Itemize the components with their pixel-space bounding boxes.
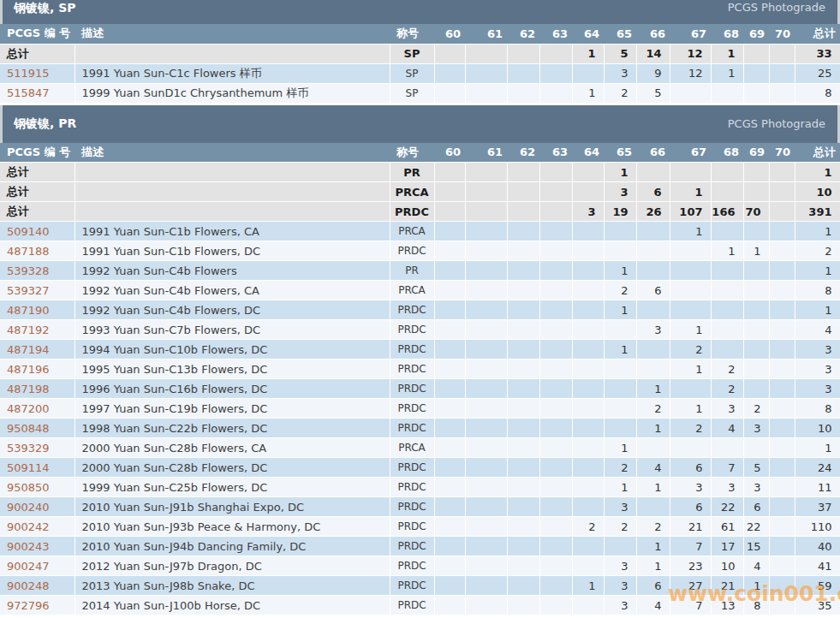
grade-count-cell [769, 202, 795, 222]
row-total-cell: 25 [795, 63, 840, 83]
pcgs-number-link[interactable]: 487194 [7, 343, 50, 356]
row-total-cell: 10 [795, 419, 840, 438]
grade-count-cell [743, 222, 769, 241]
coin-description: 2012 Yuan Sun-J97b Dragon, DC [74, 556, 390, 576]
pcgs-number-link[interactable]: 972796 [7, 599, 50, 612]
designation-cell: PRCA [390, 438, 434, 458]
grade-count-cell [604, 241, 636, 261]
grade-count-cell [572, 300, 604, 320]
column-header-description: 描述 [74, 24, 390, 44]
grade-count-cell: 5 [604, 44, 636, 63]
grade-count-cell [507, 281, 539, 300]
grade-count-cell [507, 63, 539, 83]
grade-count-cell [743, 44, 769, 63]
photograde-link[interactable]: PCGS Photograde [728, 117, 837, 130]
grade-count-cell [743, 281, 769, 300]
grade-count-cell [572, 281, 604, 300]
grade-count-cell: 2 [711, 379, 743, 399]
grade-count-cell [434, 360, 465, 379]
grade-count-cell [465, 63, 507, 83]
grade-count-cell: 1 [604, 478, 636, 497]
pcgs-number-link[interactable]: 487188 [7, 245, 50, 258]
grade-count-cell [465, 458, 507, 478]
grade-column-header: 66 [636, 24, 670, 44]
grade-count-cell [670, 261, 711, 281]
pcgs-number-link[interactable]: 900243 [7, 540, 50, 553]
grade-count-cell: 1 [670, 360, 711, 379]
grade-count-cell [769, 261, 795, 281]
grade-column-header: 66 [636, 143, 670, 163]
pcgs-number-link[interactable]: 487192 [7, 324, 50, 336]
pcgs-number-link[interactable]: 487198 [7, 383, 50, 395]
grade-count-cell [507, 438, 539, 458]
grade-column-header: 70 [769, 143, 795, 163]
population-report: 钢镀镍, SPPCGS PhotogradePCGS 编 号描述称号606162… [0, 0, 840, 615]
grade-count-cell [434, 320, 465, 340]
grade-count-cell [507, 596, 539, 615]
row-total-cell: 11 [795, 478, 840, 497]
pcgs-number-link[interactable]: 487196 [7, 363, 50, 376]
grade-count-cell [572, 163, 604, 182]
row-total-cell: 33 [795, 44, 840, 63]
grade-count-cell [434, 281, 465, 300]
grade-count-cell: 3 [743, 478, 769, 497]
pcgs-number-link[interactable]: 487190 [7, 304, 50, 317]
grade-count-cell: 21 [670, 517, 711, 537]
pcgs-number-link[interactable]: 900248 [7, 579, 50, 592]
grade-count-cell: 7 [711, 458, 743, 478]
pcgs-number-cell: 972796 [0, 596, 74, 615]
pcgs-number-link[interactable]: 515847 [7, 86, 50, 99]
data-row: 5119151991 Yuan Sun-C1c Flowers 样币SP3912… [0, 63, 840, 83]
data-row: 9002422010 Yuan Sun-J93b Peace & Harmony… [0, 517, 840, 537]
grade-count-cell [507, 182, 539, 202]
grade-count-cell [604, 537, 636, 556]
coin-description: 2014 Yuan Sun-J100b Horse, DC [74, 596, 390, 615]
row-total-cell: 391 [795, 202, 840, 222]
pcgs-number-link[interactable]: 509114 [7, 461, 50, 474]
designation-cell: PRCA [390, 182, 434, 202]
coin-description: 1996 Yuan Sun-C16b Flowers, DC [74, 379, 390, 399]
grade-count-cell: 17 [711, 537, 743, 556]
grade-count-cell [636, 360, 670, 379]
pcgs-number-link[interactable]: 950848 [7, 422, 50, 435]
pcgs-number-link[interactable]: 539327 [7, 284, 50, 297]
pcgs-number-link[interactable]: 539328 [7, 264, 50, 277]
grade-count-cell [636, 163, 670, 182]
coin-description: 2010 Yuan Sun-J91b Shanghai Expo, DC [74, 497, 390, 517]
grade-count-cell [636, 340, 670, 360]
column-header-description: 描述 [74, 143, 390, 163]
designation-cell: PRDC [390, 576, 434, 596]
pcgs-number-cell: 511915 [0, 63, 74, 83]
total-row: 总计PR11 [0, 163, 840, 182]
pcgs-number-link[interactable]: 950850 [7, 481, 50, 494]
pcgs-number-link[interactable]: 539329 [7, 442, 50, 455]
grade-count-cell [507, 399, 539, 419]
grade-count-cell [670, 241, 711, 261]
photograde-link[interactable]: PCGS Photograde [728, 1, 837, 14]
grade-count-cell: 1 [572, 83, 604, 103]
grade-count-cell [743, 379, 769, 399]
pcgs-number-link[interactable]: 900247 [7, 560, 50, 573]
total-row: 总计SP151412133 [0, 44, 840, 63]
row-total-cell: 1 [795, 438, 840, 458]
grade-count-cell [539, 241, 572, 261]
pcgs-number-link[interactable]: 511915 [7, 67, 50, 80]
grade-count-cell [434, 222, 465, 241]
population-table: PCGS 编 号描述称号6061626364656667686970总计总计PR… [0, 143, 840, 616]
grade-count-cell: 61 [711, 517, 743, 537]
pcgs-number-link[interactable]: 487200 [7, 402, 50, 415]
grade-count-cell [572, 556, 604, 576]
designation-cell: PRDC [390, 320, 434, 340]
coin-description: 1991 Yuan Sun-C1b Flowers, CA [74, 222, 390, 241]
pcgs-number-link[interactable]: 509140 [7, 225, 50, 238]
grade-column-header: 61 [465, 24, 507, 44]
data-row: 5158471999 Yuan SunD1c Chrysanthemum 样币S… [0, 83, 840, 103]
pcgs-number-link[interactable]: 900242 [7, 520, 50, 533]
grade-count-cell: 2 [604, 83, 636, 103]
pcgs-number-link[interactable]: 900240 [7, 501, 50, 514]
grade-count-cell: 3 [604, 63, 636, 83]
grade-count-cell [711, 261, 743, 281]
row-total-cell: 8 [795, 281, 840, 300]
grade-count-cell [539, 182, 572, 202]
column-header-total: 总计 [795, 143, 840, 163]
